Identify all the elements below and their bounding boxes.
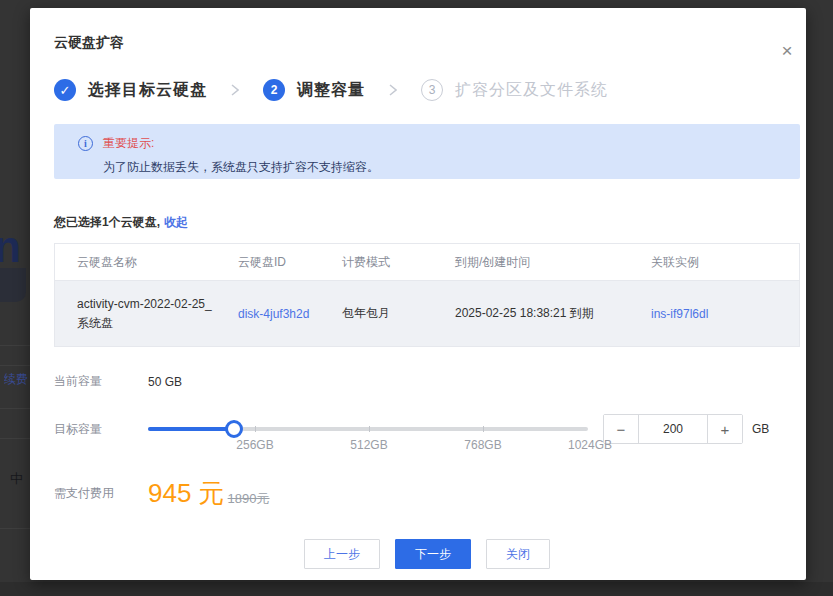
step-adjust-capacity[interactable]: 2 调整容量 [263,79,365,101]
next-step-button[interactable]: 下一步 [395,539,471,569]
disk-id-cell: disk-4juf3h2d [238,307,342,321]
background-divider [0,408,30,409]
current-capacity-value: 50 GB [148,375,182,389]
slider-fill [148,427,234,431]
increase-button[interactable]: + [708,415,742,443]
billing-mode-cell: 包年包月 [342,305,455,322]
chevron-right-icon [231,84,239,96]
target-capacity-row: 目标容量 256GB 512GB 768GB 1024GB − + GB [54,414,800,444]
disk-expand-dialog: 云硬盘扩容 × ✓ 选择目标云硬盘 2 调整容量 3 扩容分区及文件系统 i 重… [30,8,806,580]
capacity-unit-label: GB [752,422,769,436]
background-card-fragment [0,268,26,302]
selection-text: 您已选择1个云硬盘, [54,215,160,229]
dialog-footer: 上一步 下一步 关闭 [54,539,800,569]
column-header-disk-name: 云硬盘名称 [55,254,238,271]
slider-notch [483,426,484,432]
prev-step-button[interactable]: 上一步 [304,539,380,569]
disk-table: 云硬盘名称 云硬盘ID 计费模式 到期/创建时间 关联实例 activity-c… [54,243,800,347]
chevron-right-icon [389,84,397,96]
dialog-title: 云硬盘扩容 [54,34,800,52]
step-select-target-disk[interactable]: ✓ 选择目标云硬盘 [54,79,207,101]
slider-tick-label: 768GB [464,438,501,452]
background-logo-fragment: n [0,222,21,272]
column-header-instance: 关联实例 [651,254,799,271]
table-row[interactable]: activity-cvm-2022-02-25_系统盘 disk-4juf3h2… [55,280,799,346]
current-capacity-label: 当前容量 [54,373,148,390]
payment-row: 需支付费用 945 元 1890元 [54,476,800,511]
notice-body: 为了防止数据丢失，系统盘只支持扩容不支持缩容。 [103,159,379,176]
disk-name-cell: activity-cvm-2022-02-25_系统盘 [55,295,230,333]
capacity-slider[interactable]: 256GB 512GB 768GB 1024GB [148,414,588,444]
close-button[interactable]: 关闭 [486,539,550,569]
payment-original-price: 1890元 [228,490,270,511]
notice-title: 重要提示: [103,135,379,152]
column-header-expire-time: 到期/创建时间 [455,254,651,271]
current-capacity-row: 当前容量 50 GB [54,373,800,390]
slider-tick-label: 1024GB [568,438,612,452]
wizard-steps: ✓ 选择目标云硬盘 2 调整容量 3 扩容分区及文件系统 [54,79,800,101]
slider-notch [255,426,256,432]
payment-label: 需支付费用 [54,485,148,502]
payment-amount: 945 元 [148,476,225,511]
target-capacity-label: 目标容量 [54,421,148,438]
instance-link[interactable]: ins-if97l6dl [651,307,708,321]
collapse-link[interactable]: 收起 [164,215,188,229]
info-icon: i [78,136,93,151]
slider-notch [369,426,370,432]
target-capacity-input[interactable] [638,415,708,443]
step-label: 选择目标云硬盘 [88,80,207,101]
background-divider [0,365,30,366]
background-renew-link-fragment: 续费 [4,371,30,388]
step-done-check-icon: ✓ [54,79,76,101]
column-header-billing-mode: 计费模式 [342,254,455,271]
important-notice-banner: i 重要提示: 为了防止数据丢失，系统盘只支持扩容不支持缩容。 [54,124,800,179]
disk-id-link[interactable]: disk-4juf3h2d [238,307,309,321]
step-label: 扩容分区及文件系统 [455,80,608,101]
slider-tick-label: 256GB [236,438,273,452]
column-header-disk-id: 云硬盘ID [238,254,342,271]
step-number-badge: 3 [421,79,443,101]
step-label: 调整容量 [297,80,365,101]
background-divider [0,345,30,346]
background-divider [0,528,30,529]
background-bottom-bar [0,582,833,596]
selection-summary: 您已选择1个云硬盘,收起 [54,214,800,231]
background-divider [0,438,30,439]
table-header-row: 云硬盘名称 云硬盘ID 计费模式 到期/创建时间 关联实例 [55,244,799,280]
step-expand-partition: 3 扩容分区及文件系统 [421,79,608,101]
instance-cell: ins-if97l6dl [651,307,799,321]
close-icon[interactable]: × [776,40,798,62]
slider-thumb[interactable] [225,420,243,438]
step-number-badge: 2 [263,79,285,101]
capacity-stepper: − + [603,414,743,444]
slider-tick-label: 512GB [350,438,387,452]
expire-time-cell: 2025-02-25 18:38:21 到期 [455,305,651,322]
background-status-fragment: 中 [10,470,23,488]
